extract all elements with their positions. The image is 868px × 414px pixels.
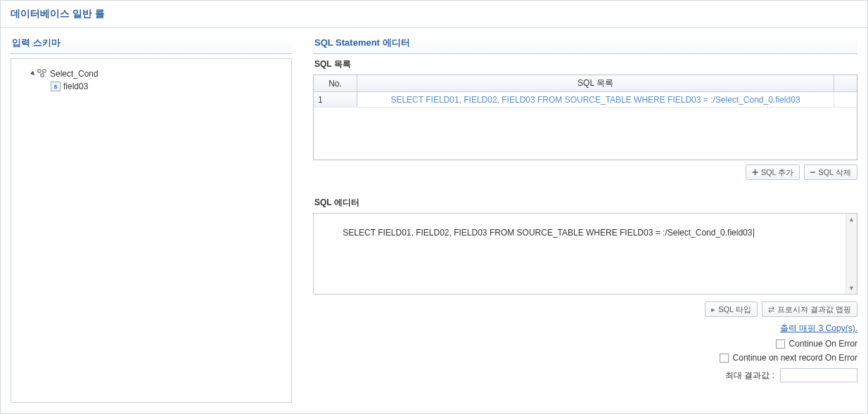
tree-collapse-icon[interactable] <box>28 70 37 79</box>
continue-on-error-row: Continue On Error <box>313 339 857 349</box>
max-result-row: 최대 결과값 : <box>313 368 857 382</box>
sql-type-label: SQL 타입 <box>718 304 751 315</box>
add-sql-button[interactable]: ✚ SQL 추가 <box>746 164 800 180</box>
tree-child-label: field03 <box>63 82 88 91</box>
output-mapping-link[interactable]: 출력 매핑 3 Copy(s). <box>780 323 857 333</box>
sql-editor-content: SELECT FIELD01, FIELD02, FIELD03 FROM SO… <box>314 214 845 294</box>
scroll-down-icon[interactable]: ▼ <box>846 283 857 294</box>
grid-header: No. SQL 목록 <box>314 75 857 92</box>
page-title: 데이터베이스 일반 룰 <box>1 1 867 28</box>
sql-editor-panel-header: SQL Statement 에디터 <box>313 37 857 54</box>
plus-icon: ✚ <box>752 168 758 177</box>
sql-list-grid: No. SQL 목록 1 SELECT FIELD01, FIELD02, FI… <box>313 75 857 160</box>
col-header-no[interactable]: No. <box>314 75 357 91</box>
col-header-sql[interactable]: SQL 목록 <box>357 75 834 91</box>
continue-on-error-checkbox[interactable] <box>776 339 785 349</box>
scroll-up-icon[interactable]: ▲ <box>846 214 857 225</box>
sql-list-label: SQL 목록 <box>314 58 857 70</box>
col-header-spacer <box>834 75 857 91</box>
sql-type-button[interactable]: ▸ SQL 타입 <box>705 302 758 317</box>
cell-no: 1 <box>314 92 357 108</box>
window-frame: 데이터베이스 일반 룰 입력 스키마 Select_Cond s <box>0 0 868 414</box>
minus-icon: ━ <box>810 168 815 177</box>
continue-next-record-checkbox[interactable] <box>720 354 729 363</box>
sql-editor-label: SQL 에디터 <box>314 197 857 209</box>
tree-root-label: Select_Cond <box>50 69 98 79</box>
cell-spacer <box>834 92 857 108</box>
add-sql-label: SQL 추가 <box>761 167 794 178</box>
sql-list-buttons: ✚ SQL 추가 ━ SQL 삭제 <box>313 164 857 180</box>
table-row[interactable]: 1 SELECT FIELD01, FIELD02, FIELD03 FROM … <box>314 92 857 108</box>
procedure-result-mapping-button[interactable]: ⇄ 프로시져 결과값 맵핑 <box>762 302 857 317</box>
output-mapping-row: 출력 매핑 3 Copy(s). <box>313 323 857 335</box>
continue-on-error-label: Continue On Error <box>789 339 857 349</box>
continue-next-record-label: Continue on next record On Error <box>733 353 857 363</box>
cell-sql: SELECT FIELD01, FIELD02, FIELD03 FROM SO… <box>357 92 834 108</box>
string-field-icon: s <box>51 82 60 91</box>
vertical-scrollbar[interactable]: ▲ ▼ <box>845 214 857 294</box>
delete-sql-label: SQL 삭제 <box>818 167 851 178</box>
left-column: 입력 스키마 Select_Cond s field03 <box>11 37 292 403</box>
procedure-mapping-label: 프로시져 결과값 맵핑 <box>777 304 851 315</box>
delete-sql-button[interactable]: ━ SQL 삭제 <box>804 164 857 180</box>
object-group-icon <box>37 69 49 79</box>
sql-editor-buttons: ▸ SQL 타입 ⇄ 프로시져 결과값 맵핑 <box>313 302 857 317</box>
content-area: 입력 스키마 Select_Cond s field03 <box>1 28 867 413</box>
max-result-input[interactable] <box>780 368 857 382</box>
sql-editor-text: SELECT FIELD01, FIELD02, FIELD03 FROM SO… <box>343 228 752 238</box>
max-result-label: 최대 결과값 : <box>725 370 774 382</box>
chevron-right-icon: ▸ <box>711 305 715 314</box>
continue-next-record-row: Continue on next record On Error <box>313 353 857 363</box>
mapping-icon: ⇄ <box>768 305 774 314</box>
text-caret <box>753 228 754 238</box>
tree-child-row[interactable]: s field03 <box>17 80 286 93</box>
sql-editor-textarea[interactable]: SELECT FIELD01, FIELD02, FIELD03 FROM SO… <box>313 213 857 295</box>
tree-root-row[interactable]: Select_Cond <box>17 67 286 80</box>
schema-tree[interactable]: Select_Cond s field03 <box>11 58 292 403</box>
schema-panel-header: 입력 스키마 <box>11 37 292 54</box>
right-column: SQL Statement 에디터 SQL 목록 No. SQL 목록 1 SE… <box>313 37 857 403</box>
